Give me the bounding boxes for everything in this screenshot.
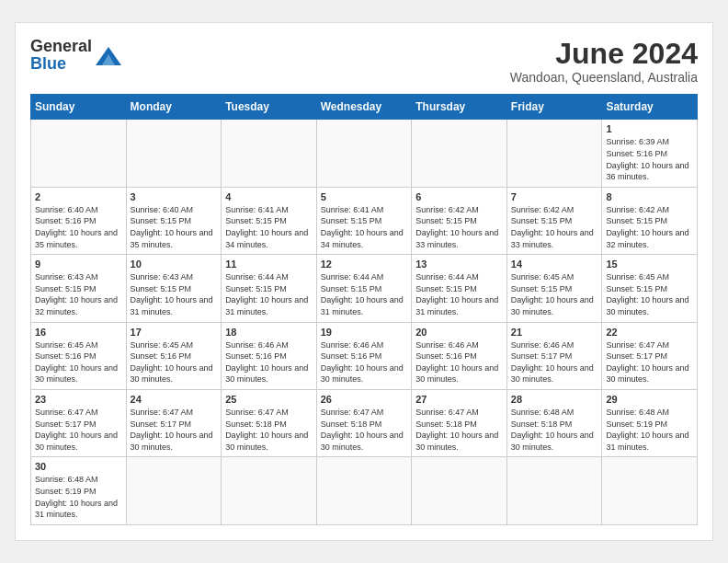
day-info: Sunrise: 6:45 AMSunset: 5:16 PMDaylight:… bbox=[35, 339, 122, 385]
calendar-cell bbox=[31, 120, 127, 187]
calendar-cell: 17Sunrise: 6:45 AMSunset: 5:16 PMDayligh… bbox=[126, 322, 222, 389]
day-info: Sunrise: 6:42 AMSunset: 5:15 PMDaylight:… bbox=[511, 204, 598, 250]
calendar-cell bbox=[602, 457, 698, 524]
day-number: 27 bbox=[415, 394, 503, 405]
calendar-cell: 24Sunrise: 6:47 AMSunset: 5:17 PMDayligh… bbox=[126, 389, 222, 456]
calendar-cell: 14Sunrise: 6:45 AMSunset: 5:15 PMDayligh… bbox=[506, 255, 602, 322]
day-info: Sunrise: 6:47 AMSunset: 5:17 PMDaylight:… bbox=[131, 407, 218, 453]
day-number: 11 bbox=[225, 259, 313, 270]
calendar-cell bbox=[506, 120, 602, 187]
day-info: Sunrise: 6:45 AMSunset: 5:16 PMDaylight:… bbox=[131, 339, 218, 385]
day-number: 16 bbox=[35, 327, 122, 338]
day-number: 19 bbox=[321, 327, 408, 338]
calendar-week-row: 16Sunrise: 6:45 AMSunset: 5:16 PMDayligh… bbox=[31, 322, 698, 389]
day-info: Sunrise: 6:44 AMSunset: 5:15 PMDaylight:… bbox=[225, 271, 313, 317]
day-number: 21 bbox=[511, 327, 598, 338]
weekday-header: Thursday bbox=[412, 95, 507, 120]
title-section: June 2024 Wandoan, Queensland, Australia bbox=[510, 38, 698, 85]
day-number: 26 bbox=[321, 394, 408, 405]
calendar-table: SundayMondayTuesdayWednesdayThursdayFrid… bbox=[30, 94, 698, 524]
calendar-cell: 23Sunrise: 6:47 AMSunset: 5:17 PMDayligh… bbox=[31, 389, 127, 456]
calendar-cell: 20Sunrise: 6:46 AMSunset: 5:16 PMDayligh… bbox=[412, 322, 507, 389]
calendar-week-row: 23Sunrise: 6:47 AMSunset: 5:17 PMDayligh… bbox=[31, 389, 698, 456]
weekday-header: Tuesday bbox=[222, 95, 317, 120]
day-info: Sunrise: 6:45 AMSunset: 5:15 PMDaylight:… bbox=[606, 271, 693, 317]
day-info: Sunrise: 6:46 AMSunset: 5:16 PMDaylight:… bbox=[321, 339, 408, 385]
day-info: Sunrise: 6:45 AMSunset: 5:15 PMDaylight:… bbox=[511, 271, 598, 317]
day-number: 1 bbox=[606, 123, 693, 134]
calendar-cell bbox=[316, 457, 412, 524]
calendar-container: General Blue June 2024 Wandoan, Queensla… bbox=[15, 22, 713, 540]
day-number: 6 bbox=[415, 191, 503, 202]
logo-blue-text: Blue bbox=[30, 54, 66, 73]
calendar-cell: 8Sunrise: 6:42 AMSunset: 5:15 PMDaylight… bbox=[602, 187, 698, 254]
day-number: 7 bbox=[511, 191, 598, 202]
day-number: 10 bbox=[131, 259, 218, 270]
day-info: Sunrise: 6:46 AMSunset: 5:16 PMDaylight:… bbox=[225, 339, 313, 385]
day-info: Sunrise: 6:47 AMSunset: 5:17 PMDaylight:… bbox=[35, 407, 122, 453]
calendar-cell bbox=[126, 457, 222, 524]
calendar-cell: 13Sunrise: 6:44 AMSunset: 5:15 PMDayligh… bbox=[412, 255, 507, 322]
calendar-cell: 16Sunrise: 6:45 AMSunset: 5:16 PMDayligh… bbox=[31, 322, 127, 389]
day-info: Sunrise: 6:47 AMSunset: 5:18 PMDaylight:… bbox=[321, 407, 408, 453]
calendar-cell bbox=[126, 120, 222, 187]
calendar-cell: 10Sunrise: 6:43 AMSunset: 5:15 PMDayligh… bbox=[126, 255, 222, 322]
calendar-cell: 4Sunrise: 6:41 AMSunset: 5:15 PMDaylight… bbox=[222, 187, 317, 254]
calendar-header: General Blue June 2024 Wandoan, Queensla… bbox=[30, 38, 698, 85]
weekday-header: Wednesday bbox=[316, 95, 412, 120]
day-info: Sunrise: 6:41 AMSunset: 5:15 PMDaylight:… bbox=[225, 204, 313, 250]
day-info: Sunrise: 6:42 AMSunset: 5:15 PMDaylight:… bbox=[606, 204, 693, 250]
day-info: Sunrise: 6:47 AMSunset: 5:17 PMDaylight:… bbox=[606, 339, 693, 385]
day-number: 2 bbox=[35, 191, 122, 202]
calendar-cell: 9Sunrise: 6:43 AMSunset: 5:15 PMDaylight… bbox=[31, 255, 127, 322]
calendar-cell: 27Sunrise: 6:47 AMSunset: 5:18 PMDayligh… bbox=[412, 389, 507, 456]
calendar-cell: 25Sunrise: 6:47 AMSunset: 5:18 PMDayligh… bbox=[222, 389, 317, 456]
day-number: 17 bbox=[131, 327, 218, 338]
day-number: 15 bbox=[606, 259, 693, 270]
day-number: 5 bbox=[321, 191, 408, 202]
day-info: Sunrise: 6:48 AMSunset: 5:19 PMDaylight:… bbox=[35, 474, 122, 520]
calendar-cell: 7Sunrise: 6:42 AMSunset: 5:15 PMDaylight… bbox=[506, 187, 602, 254]
calendar-week-row: 9Sunrise: 6:43 AMSunset: 5:15 PMDaylight… bbox=[31, 255, 698, 322]
logo: General Blue bbox=[30, 38, 121, 73]
day-number: 18 bbox=[225, 327, 313, 338]
calendar-cell bbox=[222, 457, 317, 524]
day-info: Sunrise: 6:48 AMSunset: 5:19 PMDaylight:… bbox=[606, 407, 693, 453]
day-number: 23 bbox=[35, 394, 122, 405]
calendar-cell: 11Sunrise: 6:44 AMSunset: 5:15 PMDayligh… bbox=[222, 255, 317, 322]
calendar-week-row: 2Sunrise: 6:40 AMSunset: 5:16 PMDaylight… bbox=[31, 187, 698, 254]
calendar-cell: 6Sunrise: 6:42 AMSunset: 5:15 PMDaylight… bbox=[412, 187, 507, 254]
calendar-week-row: 1Sunrise: 6:39 AMSunset: 5:16 PMDaylight… bbox=[31, 120, 698, 187]
day-number: 25 bbox=[225, 394, 313, 405]
calendar-cell bbox=[316, 120, 412, 187]
month-title: June 2024 bbox=[510, 38, 698, 70]
weekday-header: Saturday bbox=[602, 95, 698, 120]
day-number: 14 bbox=[511, 259, 598, 270]
calendar-cell: 29Sunrise: 6:48 AMSunset: 5:19 PMDayligh… bbox=[602, 389, 698, 456]
day-info: Sunrise: 6:43 AMSunset: 5:15 PMDaylight:… bbox=[35, 271, 122, 317]
calendar-cell: 28Sunrise: 6:48 AMSunset: 5:18 PMDayligh… bbox=[506, 389, 602, 456]
calendar-cell: 15Sunrise: 6:45 AMSunset: 5:15 PMDayligh… bbox=[602, 255, 698, 322]
day-number: 3 bbox=[131, 191, 218, 202]
day-info: Sunrise: 6:47 AMSunset: 5:18 PMDaylight:… bbox=[225, 407, 313, 453]
day-number: 20 bbox=[415, 327, 503, 338]
calendar-week-row: 30Sunrise: 6:48 AMSunset: 5:19 PMDayligh… bbox=[31, 457, 698, 524]
logo-general-text: General bbox=[30, 37, 92, 55]
day-number: 4 bbox=[225, 191, 313, 202]
calendar-cell bbox=[222, 120, 317, 187]
day-number: 8 bbox=[606, 191, 693, 202]
calendar-cell: 3Sunrise: 6:40 AMSunset: 5:15 PMDaylight… bbox=[126, 187, 222, 254]
weekday-header: Sunday bbox=[31, 95, 127, 120]
calendar-cell: 30Sunrise: 6:48 AMSunset: 5:19 PMDayligh… bbox=[31, 457, 127, 524]
day-number: 24 bbox=[131, 394, 218, 405]
calendar-cell: 26Sunrise: 6:47 AMSunset: 5:18 PMDayligh… bbox=[316, 389, 412, 456]
day-info: Sunrise: 6:40 AMSunset: 5:16 PMDaylight:… bbox=[35, 204, 122, 250]
calendar-cell: 18Sunrise: 6:46 AMSunset: 5:16 PMDayligh… bbox=[222, 322, 317, 389]
day-info: Sunrise: 6:40 AMSunset: 5:15 PMDaylight:… bbox=[131, 204, 218, 250]
day-info: Sunrise: 6:43 AMSunset: 5:15 PMDaylight:… bbox=[131, 271, 218, 317]
calendar-cell bbox=[506, 457, 602, 524]
location: Wandoan, Queensland, Australia bbox=[510, 70, 698, 85]
day-info: Sunrise: 6:39 AMSunset: 5:16 PMDaylight:… bbox=[606, 136, 693, 182]
day-number: 30 bbox=[35, 461, 122, 472]
calendar-cell: 1Sunrise: 6:39 AMSunset: 5:16 PMDaylight… bbox=[602, 120, 698, 187]
